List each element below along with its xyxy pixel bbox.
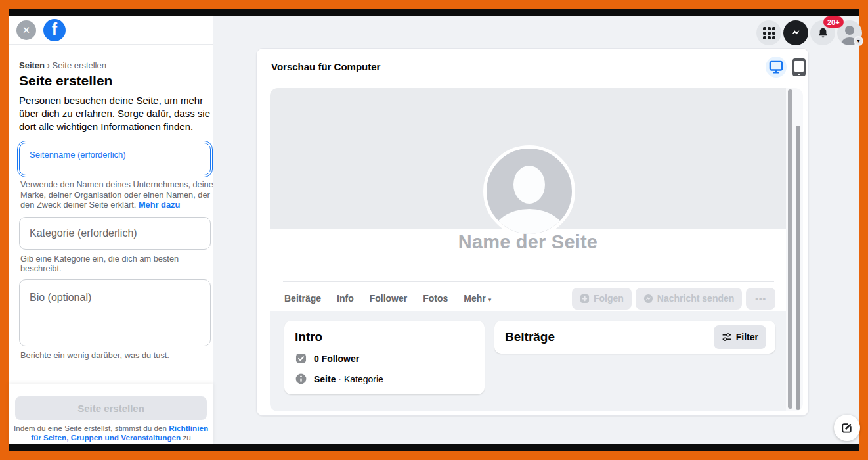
tab-fotos: Fotos [423,293,448,304]
desktop-preview-toggle[interactable] [766,57,787,78]
page-name-input[interactable]: Seitenname (erforderlich) [19,143,211,175]
follower-badge-icon [295,352,307,365]
page-type-text: Seite · Kategorie [314,374,383,384]
page-avatar-placeholder [483,145,575,237]
preview-page: Name der Seite Beiträge Info Follower Fo… [270,88,786,411]
messenger-icon[interactable] [783,20,808,45]
phone-icon [794,61,804,72]
tab-mehr: Mehr▾ [464,293,491,304]
tab-beitraege: Beiträge [284,293,321,304]
tab-follower: Follower [370,293,408,304]
facebook-logo-icon[interactable]: f [43,19,66,41]
page-title: Seite erstellen [19,73,203,89]
preview-body-section: Intro 0 Follower [270,311,786,411]
chevron-down-icon: ▾ [854,36,863,46]
page-description: Personen besuchen deine Seite, um mehr ü… [19,94,212,133]
category-label: Kategorie (erforderlich) [30,227,137,239]
intro-title: Intro [295,330,474,344]
main-area: 20+ ▾ Vorschau für Computer [213,16,859,444]
create-page-button[interactable]: Seite erstellen [15,396,207,420]
screenshot-frame: ✕ f Seiten › Seite erstellen Seite erste… [0,0,868,460]
app-window: ✕ f Seiten › Seite erstellen Seite erste… [9,9,859,451]
follow-plus-icon [580,294,590,304]
page-name-label: Seitenname (erforderlich) [30,150,126,160]
sidebar-header: ✕ f [9,16,213,45]
breadcrumb: Seiten › Seite erstellen [19,60,203,70]
sidebar-body: Seiten › Seite erstellen Seite erstellen… [9,45,213,384]
preview-title: Vorschau für Computer [271,61,380,72]
category-row: Seite · Kategorie [295,373,474,385]
more-actions-button: ••• [746,288,775,310]
tabs-row: Beiträge Info Follower Fotos Mehr▾ [284,282,775,315]
notification-count-badge: 20+ [823,16,844,28]
apps-menu-icon[interactable] [756,20,781,45]
posts-title: Beiträge [505,330,555,344]
send-message-button: Nachricht senden [636,288,742,310]
tab-info: Info [337,293,354,304]
category-input[interactable]: Kategorie (erforderlich) [19,217,211,250]
posts-card: Beiträge Filter [494,321,775,354]
close-icon[interactable]: ✕ [16,20,36,40]
grid-icon [763,27,775,39]
avatar-head [513,166,545,204]
followers-row: 0 Follower [295,352,474,365]
preview-tabs: Beiträge Info Follower Fotos Mehr▾ [284,293,491,304]
breadcrumb-root[interactable]: Seiten [19,60,45,70]
page-name-placeholder: Name der Seite [270,231,786,253]
messenger-bolt-icon [789,26,802,39]
monitor-icon [769,60,783,74]
learn-more-link[interactable]: Mehr dazu [139,200,180,210]
follow-button: Folgen [572,288,632,310]
intro-card: Intro 0 Follower [284,321,485,394]
page-preview-viewport: Name der Seite Beiträge Info Follower Fo… [270,88,803,411]
compose-button[interactable] [834,415,860,441]
preview-panel: Vorschau für Computer [256,48,809,416]
mobile-preview-toggle[interactable] [792,58,806,76]
followers-count: 0 Follower [314,354,359,364]
bell-icon [816,26,830,40]
breadcrumb-current: › Seite erstellen [47,60,106,70]
compose-pencil-icon [840,421,854,434]
category-helper: Gib eine Kategorie ein, die dich am best… [20,254,213,274]
legal-text: Indem du eine Seite erstellst, stimmst d… [12,424,209,442]
info-icon [295,373,307,385]
sidebar-footer: Seite erstellen Indem du eine Seite erst… [9,384,213,444]
bio-helper: Berichte ein wenig darüber, was du tust. [20,350,213,361]
page-name-helper: Verwende den Namen deines Unternehmens, … [20,179,213,210]
preview-scrollbar-inner[interactable] [788,89,792,409]
bio-label: Bio (optional) [30,292,91,304]
create-page-sidebar: ✕ f Seiten › Seite erstellen Seite erste… [9,16,213,444]
preview-action-buttons: Folgen Nachricht senden ••• [572,288,775,310]
bio-input[interactable]: Bio (optional) [19,279,211,346]
filter-button: Filter [714,325,766,349]
preview-scrollbar-outer[interactable] [796,126,800,410]
caret-down-icon: ▾ [488,296,492,303]
messenger-small-icon [643,294,653,304]
filter-sliders-icon [722,332,732,342]
